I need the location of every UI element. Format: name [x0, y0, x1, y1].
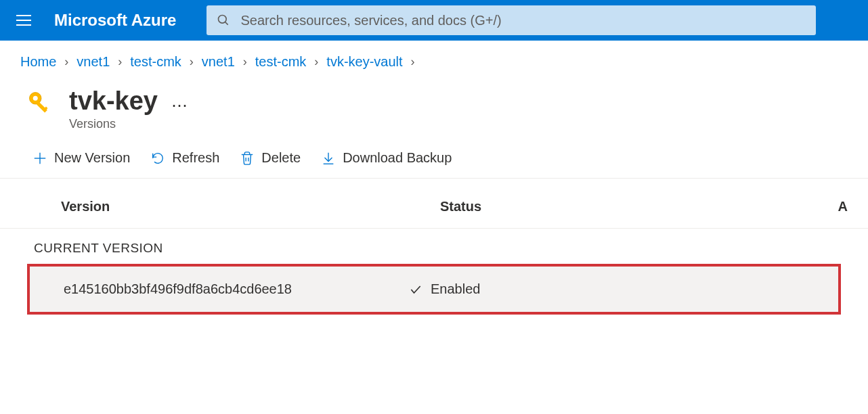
- svg-point-0: [219, 16, 227, 24]
- download-icon: [321, 151, 336, 166]
- chevron-right-icon: ›: [411, 55, 415, 69]
- page-title: tvk-key: [69, 87, 158, 116]
- chevron-right-icon: ›: [64, 55, 68, 69]
- section-current-version-label: CURRENT VERSION: [0, 229, 868, 264]
- new-version-button[interactable]: New Version: [32, 150, 130, 166]
- chevron-right-icon: ›: [243, 55, 247, 69]
- check-icon: [409, 283, 422, 296]
- toolbar: New Version Refresh Delete Download Back…: [0, 145, 868, 179]
- new-version-label: New Version: [54, 150, 130, 166]
- hamburger-menu-icon[interactable]: [10, 7, 37, 34]
- column-version-header[interactable]: Version: [61, 199, 440, 214]
- breadcrumb-item-vnet1-2[interactable]: vnet1: [202, 54, 235, 70]
- delete-button[interactable]: Delete: [240, 150, 301, 166]
- status-label: Enabled: [431, 281, 480, 297]
- page-header: tvk-key ⋯ Versions: [0, 80, 868, 145]
- page-subtitle: Versions: [69, 117, 189, 131]
- download-backup-button[interactable]: Download Backup: [321, 150, 452, 166]
- more-icon[interactable]: ⋯: [171, 96, 189, 115]
- chevron-right-icon: ›: [314, 55, 318, 69]
- breadcrumb-item-tvk-key-vault[interactable]: tvk-key-vault: [326, 54, 402, 70]
- table-row[interactable]: e145160bb3bf496f9df8a6cb4cd6ee18 Enabled: [27, 264, 841, 315]
- download-backup-label: Download Backup: [343, 150, 452, 166]
- version-id: e145160bb3bf496f9df8a6cb4cd6ee18: [64, 281, 409, 297]
- breadcrumb-item-test-cmk[interactable]: test-cmk: [130, 54, 181, 70]
- column-extra-header: A: [827, 199, 848, 214]
- svg-line-1: [225, 22, 228, 25]
- top-bar: Microsoft Azure: [0, 0, 868, 41]
- column-status-header[interactable]: Status: [440, 199, 827, 214]
- refresh-icon: [150, 151, 165, 166]
- delete-label: Delete: [261, 150, 301, 166]
- refresh-label: Refresh: [172, 150, 219, 166]
- trash-icon: [240, 151, 255, 166]
- plus-icon: [32, 151, 47, 166]
- svg-point-3: [33, 96, 38, 101]
- chevron-right-icon: ›: [190, 55, 194, 69]
- chevron-right-icon: ›: [118, 55, 122, 69]
- breadcrumb-item-test-cmk-2[interactable]: test-cmk: [255, 54, 307, 70]
- breadcrumb-item-home[interactable]: Home: [20, 54, 56, 70]
- brand-name[interactable]: Microsoft Azure: [54, 11, 176, 30]
- refresh-button[interactable]: Refresh: [150, 150, 219, 166]
- breadcrumb: Home › vnet1 › test-cmk › vnet1 › test-c…: [0, 41, 868, 80]
- search-icon: [217, 14, 230, 27]
- search-input[interactable]: [240, 13, 806, 28]
- search-container[interactable]: [207, 5, 816, 35]
- status-cell: Enabled: [409, 281, 480, 297]
- table-header: Version Status A: [0, 179, 868, 229]
- key-icon: [27, 90, 56, 118]
- breadcrumb-item-vnet1[interactable]: vnet1: [77, 54, 110, 70]
